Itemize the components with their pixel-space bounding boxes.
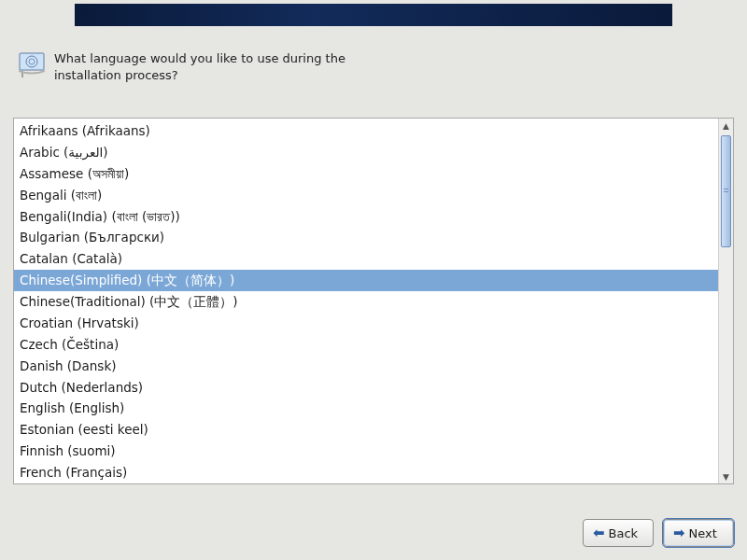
scroll-up-arrow-icon[interactable]: ▲ [719,119,733,133]
language-list[interactable]: Afrikaans (Afrikaans)Arabic (العربية)Ass… [14,119,718,483]
language-item[interactable]: Bengali (বাংলা) [14,185,718,206]
next-button-label: Next [689,526,717,540]
language-item[interactable]: Arabic (العربية) [14,142,718,163]
back-button[interactable]: ⬅ Back [583,519,654,547]
prompt-text: What language would you like to use duri… [54,50,372,83]
language-item[interactable]: Bulgarian (Български) [14,227,718,248]
language-item[interactable]: Dutch (Nederlands) [14,377,718,399]
language-item[interactable]: Croatian (Hrvatski) [14,313,718,334]
language-item[interactable]: Assamese (অসমীয়া) [14,163,718,185]
scrollbar[interactable]: ▲ ▼ [718,119,733,483]
scroll-thumb[interactable] [721,135,731,247]
language-item[interactable]: Czech (Čeština) [14,334,718,356]
language-item[interactable]: Chinese(Traditional) (中文（正體）) [14,291,718,313]
arrow-right-icon: ➡ [673,526,685,540]
header-banner [75,4,672,26]
scroll-down-arrow-icon[interactable]: ▼ [719,469,733,483]
prompt-row: What language would you like to use duri… [17,50,372,83]
language-flag-icon [17,50,45,75]
back-button-label: Back [609,526,639,540]
language-item[interactable]: Danish (Dansk) [14,356,718,377]
arrow-left-icon: ⬅ [593,526,605,540]
language-item[interactable]: Catalan (Català) [14,248,718,270]
language-item[interactable]: French (Français) [14,462,718,483]
language-item[interactable]: Bengali(India) (বাংলা (ভারত)) [14,206,718,228]
button-row: ⬅ Back ➡ Next [583,519,734,547]
language-item[interactable]: Finnish (suomi) [14,441,718,462]
language-item[interactable]: English (English) [14,398,718,419]
next-button[interactable]: ➡ Next [663,519,734,547]
language-item[interactable]: Chinese(Simplified) (中文（简体）) [14,270,718,291]
language-list-frame: Afrikaans (Afrikaans)Arabic (العربية)Ass… [13,118,734,484]
language-item[interactable]: Afrikaans (Afrikaans) [14,120,718,142]
language-item[interactable]: Estonian (eesti keel) [14,419,718,441]
